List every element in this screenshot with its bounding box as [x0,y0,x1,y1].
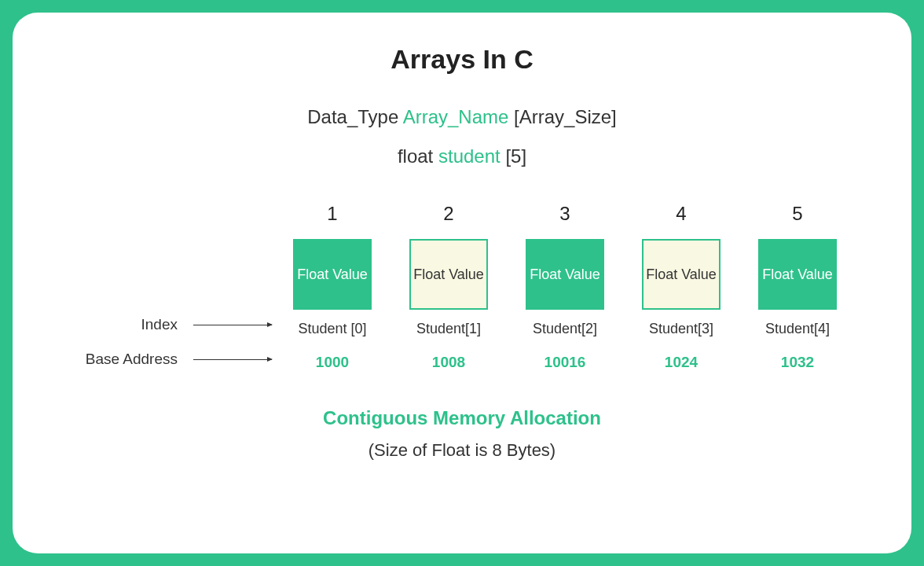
array-cell: 2 Float Value Student[1] 1008 [402,203,495,374]
cell-position: 1 [327,203,337,226]
page-title: Arrays In C [52,44,872,75]
cell-address: 1000 [316,354,349,374]
cell-position: 5 [792,203,802,226]
footer-title: Contiguous Memory Allocation [52,407,872,429]
cell-index: Student[4] [765,321,830,341]
arrow-icon [193,359,272,360]
array-cell: 5 Float Value Student[4] 1032 [751,203,844,374]
cell-index: Student[2] [533,321,597,341]
cell-index: Student[3] [649,321,713,341]
array-cell: 3 Float Value Student[2] 10016 [519,203,611,374]
syntax-arraysize: [Array_Size] [514,106,617,127]
cell-index: Student [0] [298,321,366,341]
cell-value-box: Float Value [758,239,837,310]
index-label: Index [141,316,178,333]
cell-address: 10016 [544,354,586,374]
cell-address: 1008 [432,354,465,374]
example-declaration: float student [5] [52,145,872,167]
cell-value-box: Float Value [642,239,720,310]
cell-value-box: Float Value [409,239,488,310]
cell-position: 4 [676,203,686,226]
diagram-card: Arrays In C Data_Type Array_Name [Array_… [13,13,911,553]
example-datatype: float [398,145,433,167]
cell-address: 1024 [665,354,698,374]
cell-value-box: Float Value [526,239,604,310]
array-cell: 1 Float Value Student [0] 1000 [286,203,379,374]
base-address-label: Base Address [86,351,178,368]
footer-subtitle: (Size of Float is 8 Bytes) [52,440,872,461]
cell-position: 2 [443,203,453,226]
array-cell: 4 Float Value Student[3] 1024 [635,203,728,374]
example-arraysize: [5] [505,145,526,167]
row-labels: Index Base Address [52,203,272,369]
cell-address: 1032 [781,354,814,374]
memory-diagram: Index Base Address 1 Float Value Student… [52,203,872,374]
syntax-arrayname: Array_Name [403,106,509,127]
syntax-declaration: Data_Type Array_Name [Array_Size] [52,106,872,128]
cell-value-box: Float Value [293,239,372,310]
cell-position: 3 [559,203,570,226]
arrow-icon [193,325,272,325]
syntax-datatype: Data_Type [307,106,398,127]
cell-index: Student[1] [416,321,481,341]
array-cells: 1 Float Value Student [0] 1000 2 Float V… [286,203,844,374]
index-label-row: Index [52,314,272,335]
address-label-row: Base Address [52,349,272,369]
example-arrayname: student [438,145,500,167]
